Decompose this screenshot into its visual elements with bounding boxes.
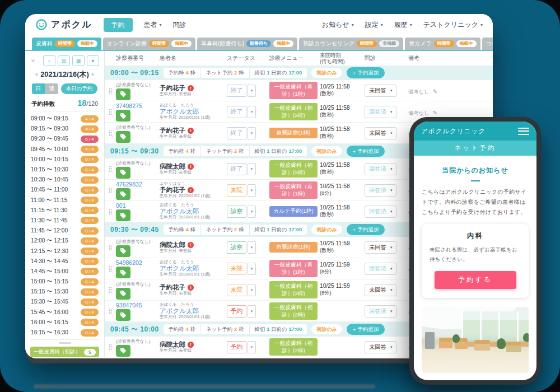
- filter-icon[interactable]: ▼: [87, 55, 99, 66]
- monshin-select[interactable]: 回答済▾: [365, 106, 396, 118]
- patient-name[interactable]: 病院太郎: [160, 163, 185, 170]
- time-slot-item[interactable]: 14:45 〜 15:00 0 / 4: [30, 267, 99, 277]
- toggle-day[interactable]: 日: [32, 83, 45, 94]
- time-slot-item[interactable]: 12:00 〜 12:15 0 / 4: [30, 236, 99, 246]
- time-slot-item[interactable]: 11:15 〜 11:30 0 / 4: [30, 206, 99, 216]
- today-reservations-button[interactable]: 本日の予約: [61, 83, 98, 94]
- status-select[interactable]: 予約▾: [227, 341, 269, 353]
- card-number[interactable]: 001: [116, 202, 160, 209]
- menu-summary-badge[interactable]: 一般皮膚科（初診） 5: [30, 347, 99, 357]
- add-reservation-button[interactable]: +予約追加: [347, 224, 385, 235]
- card-number[interactable]: 47629832: [116, 181, 160, 188]
- department-tab[interactable]: 皮膚科 時間帯 掲載中: [32, 38, 101, 50]
- time-slot-item[interactable]: 16:15 〜 16:30 0 / 4: [30, 328, 99, 338]
- time-slot-item[interactable]: 11:30 〜 11:45 0 / 4: [30, 216, 99, 226]
- time-slot-item[interactable]: 12:15 〜 12:30 0 / 4: [30, 246, 99, 256]
- tag-icon[interactable]: [116, 288, 130, 300]
- card-number[interactable]: 54986202: [116, 259, 160, 266]
- reserve-button[interactable]: 予約する: [435, 271, 516, 289]
- nav-reserve-button[interactable]: 予約: [104, 18, 133, 32]
- card-number[interactable]: 37498275: [116, 102, 160, 109]
- status-select[interactable]: 終了▾: [227, 106, 269, 118]
- prev-day-icon[interactable]: ◀: [35, 72, 38, 77]
- card-number[interactable]: (診察券番号なし): [116, 239, 160, 245]
- tag-icon[interactable]: [116, 88, 130, 100]
- tag-icon[interactable]: [116, 110, 130, 122]
- time-slot-item[interactable]: 10:15 〜 10:30 0 / 4: [30, 165, 99, 175]
- add-reservation-button[interactable]: +予約追加: [347, 146, 385, 157]
- time-slot-item[interactable]: 09:45 〜 10:00 4 / 4: [30, 144, 99, 155]
- status-select[interactable]: 来院▾: [227, 184, 269, 197]
- status-select[interactable]: 終了▾: [227, 85, 269, 97]
- tag-icon[interactable]: [116, 245, 130, 257]
- current-date[interactable]: 2021/12/16(木): [40, 69, 89, 80]
- status-select[interactable]: 終了▾: [227, 127, 269, 139]
- status-select[interactable]: 終了▾: [227, 163, 269, 175]
- add-reservation-button[interactable]: +予約追加: [347, 67, 385, 78]
- time-slot-item[interactable]: 09:15 〜 09:30 4 / 4: [30, 124, 99, 134]
- patient-name[interactable]: 予約花子: [160, 85, 185, 92]
- tag-icon[interactable]: [116, 267, 130, 278]
- day-week-toggle[interactable]: 日 週: [32, 83, 58, 94]
- time-slot-item[interactable]: 15:00 〜 15:15 0 / 4: [30, 277, 99, 287]
- topbar-menu-item[interactable]: 設定▾: [365, 20, 383, 30]
- patient-name[interactable]: 病院太郎: [160, 341, 185, 348]
- department-tab[interactable]: オンライン診療 時間帯 掲載中: [103, 38, 195, 50]
- next-day-icon[interactable]: ▶: [92, 72, 95, 77]
- drag-handle-icon[interactable]: ⣿: [105, 244, 116, 250]
- edit-memo-icon[interactable]: ✎: [433, 88, 437, 95]
- time-slot-item[interactable]: 10:00 〜 10:15 0 / 4: [30, 155, 99, 165]
- time-slot-item[interactable]: 10:45 〜 11:00 0 / 4: [30, 185, 99, 195]
- drag-handle-icon[interactable]: ⣿: [105, 308, 116, 314]
- time-slot-item[interactable]: 15:30 〜 15:45 0 / 4: [30, 297, 99, 307]
- status-select[interactable]: 診察▾: [227, 241, 269, 254]
- time-slot-item[interactable]: 16:00 〜 16:15 0 / 4: [30, 318, 99, 328]
- card-number[interactable]: (診察券番号なし): [116, 281, 160, 287]
- drag-handle-icon[interactable]: ⣿: [105, 208, 116, 214]
- tag-icon[interactable]: [116, 309, 130, 321]
- drag-handle-icon[interactable]: ⣿: [105, 166, 116, 172]
- drag-handle-icon[interactable]: ⣿: [105, 187, 116, 193]
- department-tab[interactable]: 胃カメラ 時間帯 掲載中: [405, 38, 480, 50]
- topbar-menu-item[interactable]: お知らせ▾: [322, 20, 354, 30]
- time-slot-item[interactable]: 14:30 〜 14:45 0 / 4: [30, 256, 99, 267]
- topbar-menu-item[interactable]: テストクリニック▾: [423, 20, 483, 30]
- resize-handle[interactable]: [59, 342, 71, 344]
- drag-handle-icon[interactable]: ⣿: [105, 344, 116, 350]
- monshin-select[interactable]: 回答済▾: [365, 305, 396, 318]
- monshin-select[interactable]: 回答済▾: [365, 206, 396, 218]
- drag-handle-icon[interactable]: ⣿: [105, 130, 116, 136]
- card-number[interactable]: (診察券番号なし): [116, 160, 160, 166]
- drag-handle-icon[interactable]: ⣿: [105, 287, 116, 293]
- time-slot-item[interactable]: 11:45 〜 12:00 0 / 4: [30, 226, 99, 236]
- department-tab[interactable]: 耳鼻科(順番待ち) 順番待ち 掲載中: [197, 38, 297, 50]
- drag-handle-icon[interactable]: ⣿: [105, 265, 116, 272]
- tag-icon[interactable]: [116, 131, 130, 143]
- time-slot-item[interactable]: 15:15 〜 15:30 0 / 4: [30, 287, 99, 297]
- monshin-select[interactable]: 未回答▾: [365, 284, 396, 296]
- patient-name[interactable]: 病院太郎: [160, 241, 185, 249]
- monshin-select[interactable]: 回答済▾: [365, 263, 396, 275]
- monshin-select[interactable]: 回答済▾: [365, 184, 396, 197]
- hamburger-menu-icon[interactable]: [518, 128, 529, 135]
- topbar-menu-item[interactable]: 履歴▾: [394, 20, 412, 30]
- drag-handle-icon[interactable]: ⣿: [105, 87, 116, 94]
- tag-icon[interactable]: [116, 209, 130, 221]
- printer-icon[interactable]: ▤: [58, 55, 70, 66]
- edit-memo-icon[interactable]: ✎: [433, 110, 437, 116]
- department-tab[interactable]: コロナワクチン 時間帯 掲載中: [482, 38, 493, 50]
- drag-handle-icon[interactable]: ⣿: [105, 109, 116, 115]
- add-reservation-button[interactable]: +予約追加: [347, 324, 385, 335]
- refresh-icon[interactable]: ○: [43, 55, 55, 66]
- nav-patients[interactable]: 患者▾: [144, 20, 162, 30]
- status-select[interactable]: 来院▾: [227, 284, 269, 296]
- patient-name[interactable]: 予約花子: [160, 127, 185, 134]
- time-slot-item[interactable]: 09:30 〜 09:45 6 / 4: [30, 134, 99, 144]
- toggle-week[interactable]: 週: [45, 83, 58, 94]
- nav-interview[interactable]: 問診: [173, 20, 186, 30]
- monshin-select[interactable]: 未回答▾: [365, 85, 396, 97]
- tag-icon[interactable]: [116, 167, 130, 179]
- card-number[interactable]: (診察券番号なし): [116, 124, 160, 130]
- card-icon[interactable]: ▦: [72, 55, 85, 66]
- tag-icon[interactable]: [116, 188, 130, 200]
